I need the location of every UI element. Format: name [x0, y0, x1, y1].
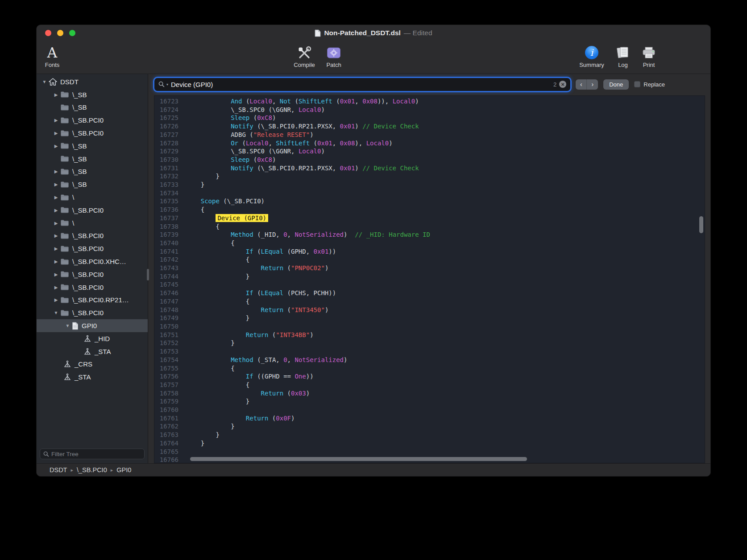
code-text[interactable]: [181, 347, 705, 356]
tree-item-_sb[interactable]: ▶\_SB: [37, 178, 148, 191]
tree-item-_sbpci0[interactable]: ▶\_SB.PCI0: [37, 230, 148, 243]
code-text[interactable]: Scope (\_SB.PCI0): [181, 197, 705, 206]
code-text[interactable]: Sleep (0xC8): [181, 114, 705, 122]
disclosure-closed-icon[interactable]: ▶: [52, 272, 60, 277]
code-text[interactable]: If (LEqual (GPHD, 0x01)): [181, 247, 705, 256]
code-text[interactable]: \_SB.SPC0 (\GGNR, Local0): [181, 106, 705, 114]
zoom-button[interactable]: [69, 30, 75, 36]
code-text[interactable]: }: [181, 272, 705, 281]
tree-item-_sbpci0xhc[interactable]: ▶\_SB.PCI0.XHC…: [37, 255, 148, 268]
code-text[interactable]: ADBG ("Release RESET"): [181, 131, 705, 139]
disclosure-open-icon[interactable]: ▼: [63, 323, 72, 328]
disclosure-open-icon[interactable]: ▼: [40, 79, 49, 84]
tree-item-_sbpci0[interactable]: ▶\_SB.PCI0: [37, 127, 148, 140]
code-text[interactable]: {: [181, 206, 705, 214]
code-text[interactable]: {: [181, 222, 705, 231]
code-text[interactable]: }: [181, 339, 705, 347]
disclosure-closed-icon[interactable]: ▶: [52, 92, 60, 97]
disclosure-closed-icon[interactable]: ▶: [52, 208, 60, 213]
code-text[interactable]: {: [181, 255, 705, 264]
tree-item-_sta[interactable]: _STA: [37, 371, 148, 383]
code-text[interactable]: Return ("INT34BB"): [181, 331, 705, 339]
code-text[interactable]: {: [181, 297, 705, 306]
next-match-button[interactable]: ›: [587, 79, 598, 90]
tree-item-dsdt[interactable]: ▼DSDT: [37, 75, 148, 88]
code-text[interactable]: }: [181, 397, 705, 406]
code-text[interactable]: {: [181, 381, 705, 389]
minimize-button[interactable]: [57, 30, 63, 36]
breadcrumb-item[interactable]: \_SB.PCI0: [77, 466, 107, 474]
find-search-field[interactable]: ▾ 2 ✕: [154, 78, 570, 91]
code-text[interactable]: {: [181, 239, 705, 247]
disclosure-closed-icon[interactable]: ▶: [52, 144, 60, 148]
tree-item-_sbpci0rp21[interactable]: ▶\_SB.PCI0.RP21…: [37, 294, 148, 307]
replace-checkbox[interactable]: [634, 81, 640, 87]
disclosure-closed-icon[interactable]: ▶: [52, 182, 60, 187]
disclosure-closed-icon[interactable]: ▶: [52, 195, 60, 200]
code-text[interactable]: Device (GPI0): [181, 214, 705, 222]
code-text[interactable]: [181, 448, 705, 456]
tree-item-_sb[interactable]: ▶\_SB: [37, 140, 148, 152]
tree-item-_sbpci0[interactable]: ▼\_SB.PCI0: [37, 306, 148, 319]
disclosure-closed-icon[interactable]: ▶: [52, 297, 60, 302]
code-text[interactable]: [181, 406, 705, 414]
tree-item-[interactable]: ▶\: [37, 191, 148, 204]
code-text[interactable]: If ((GPHD == One)): [181, 372, 705, 381]
disclosure-closed-icon[interactable]: ▶: [52, 169, 60, 174]
tree-item-_crs[interactable]: _CRS: [37, 358, 148, 371]
code-text[interactable]: }: [181, 422, 705, 431]
disclosure-closed-icon[interactable]: ▶: [52, 221, 60, 226]
tree-item-gpi0[interactable]: ▼GPI0: [37, 319, 148, 332]
vertical-scrollbar-thumb[interactable]: [699, 216, 703, 233]
code-text[interactable]: }: [181, 181, 705, 189]
horizontal-scrollbar-thumb[interactable]: [190, 457, 527, 461]
disclosure-open-icon[interactable]: ▼: [52, 310, 60, 315]
filter-tree-field[interactable]: [40, 449, 145, 459]
code-text[interactable]: Sleep (0xC8): [181, 156, 705, 164]
code-text[interactable]: [181, 280, 705, 289]
disclosure-closed-icon[interactable]: ▶: [52, 131, 60, 136]
code-text[interactable]: }: [181, 431, 705, 439]
tree-item-_sbpci0[interactable]: ▶\_SB.PCI0: [37, 268, 148, 281]
find-query-input[interactable]: [171, 81, 551, 88]
pane-splitter-handle[interactable]: [147, 269, 149, 280]
chevron-down-icon[interactable]: ▾: [166, 82, 168, 86]
tree-item-_sb[interactable]: ▶\_SB: [37, 165, 148, 178]
disclosure-closed-icon[interactable]: ▶: [52, 285, 60, 290]
tree-item-_hid[interactable]: _HID: [37, 332, 148, 345]
code-text[interactable]: Return ("PNP0C02"): [181, 264, 705, 272]
print-button[interactable]: Print: [632, 44, 666, 68]
document-proxy-icon[interactable]: [315, 29, 321, 37]
done-button[interactable]: Done: [603, 79, 629, 90]
filter-tree-input[interactable]: [51, 451, 141, 457]
close-button[interactable]: [45, 30, 51, 36]
code-text[interactable]: [181, 322, 705, 331]
code-text[interactable]: {: [181, 364, 705, 373]
disclosure-closed-icon[interactable]: ▶: [52, 233, 60, 238]
tree-item-[interactable]: ▶\: [37, 217, 148, 230]
code-text[interactable]: [181, 189, 705, 198]
code-text[interactable]: Method (_STA, 0, NotSerialized): [181, 356, 705, 364]
code-text[interactable]: Return ("INT3450"): [181, 306, 705, 314]
previous-match-button[interactable]: ‹: [576, 79, 587, 90]
code-text[interactable]: \_SB.SPC0 (\GGNR, Local0): [181, 147, 705, 156]
breadcrumb-item[interactable]: DSDT: [50, 466, 67, 474]
patch-button[interactable]: Patch: [317, 44, 351, 68]
code-text[interactable]: And (Local0, Not (ShiftLeft (0x01, 0x08)…: [181, 97, 705, 106]
tree-item-_sb[interactable]: \_SB: [37, 101, 148, 114]
clear-search-icon[interactable]: ✕: [559, 81, 566, 88]
tree-item-_sbpci0[interactable]: ▶\_SB.PCI0: [37, 114, 148, 127]
disclosure-closed-icon[interactable]: ▶: [52, 259, 60, 264]
code-text[interactable]: Return (0x03): [181, 389, 705, 398]
disclosure-closed-icon[interactable]: ▶: [52, 246, 60, 251]
disclosure-closed-icon[interactable]: ▶: [52, 118, 60, 123]
code-text[interactable]: Method (_HID, 0, NotSerialized) // _HID:…: [181, 231, 705, 239]
tree-item-_sbpci0[interactable]: ▶\_SB.PCI0: [37, 242, 148, 255]
breadcrumb-item[interactable]: GPI0: [116, 466, 131, 474]
compile-button[interactable]: Compile: [287, 44, 321, 68]
fonts-button[interactable]: A Fonts: [36, 44, 69, 68]
tree-item-_sb[interactable]: ▶\_SB: [37, 88, 148, 101]
code-text[interactable]: }: [181, 172, 705, 181]
code-text[interactable]: Notify (\_SB.PCI0.RP21.PXSX, 0x01) // De…: [181, 164, 705, 173]
tree-item-_sbpci0[interactable]: ▶\_SB.PCI0: [37, 281, 148, 294]
